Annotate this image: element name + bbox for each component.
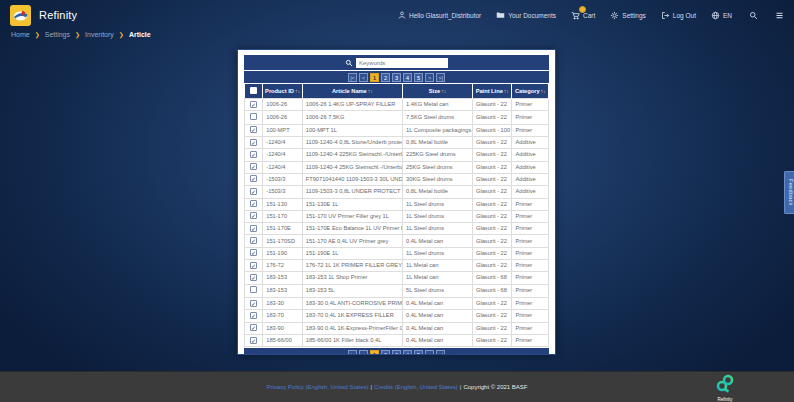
row-checkbox[interactable]: ✓ [250,249,257,256]
breadcrumb-home[interactable]: Home [11,31,30,38]
cell-size: 1L Metal can [403,260,473,272]
page-button-5[interactable]: 5 [414,73,423,82]
row-checkbox[interactable]: ✓ [250,139,257,146]
sort-icon[interactable]: ↑↓ [368,88,373,94]
menu-button[interactable] [775,11,784,20]
select-all-checkbox[interactable] [250,87,257,94]
breadcrumb-inventory[interactable]: Inventory [85,31,114,38]
sort-icon[interactable]: ↑↓ [295,88,300,94]
column-header-paint-line[interactable]: Paint Line↑↓ [472,84,512,99]
table-row[interactable]: ✓ 183-70 183-70 0,4L 1K EXPRESS FILLER 0… [245,310,549,322]
table-row[interactable]: ✓ -1240/4 1109-1240-4 25KG Steinschl.-/U… [245,161,549,173]
row-checkbox[interactable]: ✓ [250,262,257,269]
cell-category: Additive [512,149,549,161]
row-checkbox[interactable]: ✓ [250,163,257,170]
row-checkbox[interactable]: ✓ [250,237,257,244]
page-button-1[interactable]: 1 [370,73,379,82]
row-checkbox[interactable]: ✓ [250,324,257,331]
row-checkbox[interactable]: ✓ [250,300,257,307]
cell-product-id: 183-90 [263,322,303,334]
row-checkbox[interactable]: ✓ [250,151,257,158]
first-page-button[interactable]: |< [348,350,357,355]
cell-article-name: 183-90 0,4L 1K-Express-PrimerFiller Grey [302,322,402,334]
table-row[interactable]: ✓ -1503/3 FT9071041440 1109-1503-3 30L U… [245,173,549,185]
row-checkbox[interactable] [250,286,257,293]
table-row[interactable]: ✓ 151-170E 151-170E Eco Balance 1L UV Pr… [245,223,549,235]
row-checkbox[interactable] [250,113,257,120]
privacy-policy-link[interactable]: Privacy Policy (English, United States) [267,384,369,390]
sort-icon[interactable]: ↑↓ [504,88,509,94]
last-page-button[interactable]: >| [436,350,445,355]
column-header-article-name[interactable]: Article Name↑↓ [302,84,402,99]
feedback-tab[interactable]: Feedback [784,171,794,214]
cell-paint-line: Glasurit - 22 [472,223,512,235]
table-row[interactable]: ✓ 183-30 183-30 0,4L ANTI-CORROSIVE PRIM… [245,298,549,310]
table-row[interactable]: 183-153 183-153 5L 5L Steel drums Glasur… [245,284,549,297]
row-checkbox[interactable]: ✓ [250,274,257,281]
page-button-4[interactable]: 4 [403,73,412,82]
next-page-button[interactable]: > [425,350,434,355]
page-button-3[interactable]: 3 [392,350,401,355]
page-button-2[interactable]: 2 [381,350,390,355]
table-row[interactable]: ✓ 183-90 183-90 0,4L 1K-Express-PrimerFi… [245,322,549,334]
page-button-2[interactable]: 2 [381,73,390,82]
row-checkbox[interactable]: ✓ [250,312,257,319]
table-row[interactable]: ✓ 151-170 151-170 UV Primer Filler grey … [245,210,549,222]
cell-product-id: -1240/4 [263,136,303,148]
cell-paint-line: Glasurit - 100 [472,124,512,136]
row-checkbox[interactable]: ✓ [250,200,257,207]
user-menu[interactable]: Hello Glasurit_Distributor [398,11,481,19]
table-row[interactable]: ✓ -1240/4 1109-1240-4 225KG Steinschl.-/… [245,149,549,161]
table-row[interactable]: ✓ 183-153 183-153 1L Shop Primer 1L Meta… [245,272,549,284]
logout-link[interactable]: Log Out [661,11,696,20]
row-checkbox[interactable]: ✓ [250,212,257,219]
credits-link[interactable]: Credits (English, United States) [374,384,458,390]
row-checkbox[interactable]: ✓ [250,225,257,232]
sort-icon[interactable]: ↑↓ [441,88,446,94]
table-row[interactable]: 1006-26 1006-26 7,5KG 7,5KG Steel drums … [245,111,549,124]
page-button-5[interactable]: 5 [414,350,423,355]
settings-link[interactable]: Settings [610,11,646,20]
row-checkbox[interactable]: ✓ [250,126,257,133]
next-page-button[interactable]: > [425,73,434,82]
refinity-logo-icon[interactable] [10,5,31,26]
column-header-category[interactable]: Category↑↓ [512,84,549,99]
table-row[interactable]: ✓ 151-190 151-190E 1L 1L Steel drums Gla… [245,247,549,259]
cell-paint-line: Glasurit - 22 [472,173,512,185]
page-button-1[interactable]: 1 [370,350,379,355]
row-checkbox[interactable]: ✓ [250,188,257,195]
page-button-4[interactable]: 4 [403,350,412,355]
search-icon [345,59,353,67]
column-header-size[interactable]: Size↑↓ [403,84,473,99]
table-row[interactable]: ✓ 1006-26 1006-26 1.4KG UP-SPRAY FILLER … [245,99,549,111]
table-row[interactable]: ✓ 100-MPT 100-MPT 1L 1L Composite packag… [245,124,549,136]
table-row[interactable]: ✓ 151-130 151-130E 1L 1L Steel drums Gla… [245,198,549,210]
select-all-header[interactable] [245,84,263,99]
column-header-product-id[interactable]: Product ID↑↓ [263,84,303,99]
cell-article-name: 151-130E 1L [302,198,402,210]
table-row[interactable]: ✓ -1240/4 1109-1240-4 0,8L Stone/Underb … [245,136,549,148]
first-page-button[interactable]: |< [348,73,357,82]
prev-page-button[interactable]: < [359,73,368,82]
row-checkbox[interactable]: ✓ [250,101,257,108]
row-checkbox[interactable]: ✓ [250,337,257,344]
table-row[interactable]: ✓ -1503/3 1109-1503-3 0,8L UNDER PROTECT… [245,186,549,198]
cell-size: 0,8L Metal bottle [403,186,473,198]
cart-link[interactable]: Cart [571,11,595,20]
header-search-button[interactable] [749,11,758,20]
breadcrumb-settings[interactable]: Settings [45,31,70,38]
page-button-3[interactable]: 3 [392,73,401,82]
table-row[interactable]: ✓ 185-66/00 185-66/00 1K Filler black 0,… [245,334,549,346]
keywords-search-input[interactable] [356,58,448,68]
row-checkbox[interactable]: ✓ [250,175,257,182]
breadcrumb: Home ❯ Settings ❯ Inventory ❯ Article [0,30,794,38]
prev-page-button[interactable]: < [359,350,368,355]
last-page-button[interactable]: >| [436,73,445,82]
cell-category: Additive [512,186,549,198]
table-row[interactable]: ✓ 176-72 176-72 1L 1K PRIMER FILLER GREY… [245,260,549,272]
your-documents-link[interactable]: Your Documents [496,11,556,19]
cell-product-id: -1240/4 [263,149,303,161]
sort-icon[interactable]: ↑↓ [541,88,546,94]
table-row[interactable]: ✓ 151-170SD 151-170 AE 0,4L UV Primer gr… [245,235,549,247]
language-selector[interactable]: EN [711,11,732,20]
